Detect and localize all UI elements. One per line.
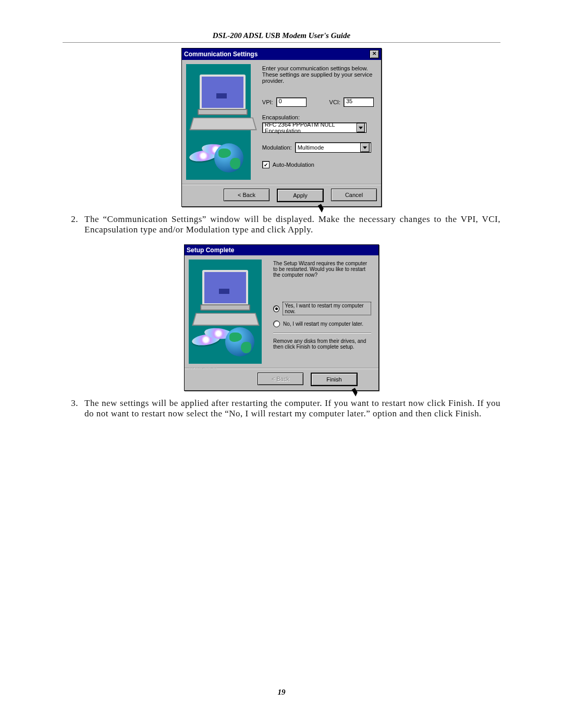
globe-icon xyxy=(225,327,254,356)
divider xyxy=(273,332,371,333)
page-header: DSL-200 ADSL USB Modem User's Guide xyxy=(63,31,500,43)
titlebar: Setup Complete xyxy=(185,245,378,255)
vci-input[interactable]: 35 xyxy=(344,97,374,107)
step-number: 2. xyxy=(63,214,84,235)
communication-settings-dialog: Communication Settings ✕ Enter your comm… xyxy=(181,48,382,207)
automod-checkbox[interactable]: ✔ xyxy=(262,161,270,168)
computer-base-icon xyxy=(198,109,248,115)
apply-button[interactable]: Apply xyxy=(277,189,324,202)
back-button: < Back xyxy=(258,373,303,385)
installshield-brand: InstallShield xyxy=(189,365,217,371)
back-button[interactable]: < Back xyxy=(224,189,270,201)
restart-no-radio[interactable] xyxy=(273,320,280,327)
monitor-icon xyxy=(202,270,248,305)
dialog-title: Communication Settings xyxy=(184,51,370,58)
restart-yes-label: Yes, I want to restart my computer now. xyxy=(283,302,371,315)
encapsulation-label: Encapsulation: xyxy=(262,114,374,120)
vpi-label: VPI: xyxy=(262,99,273,105)
step-3: 3. The new settings will be applied afte… xyxy=(63,398,500,419)
modulation-select[interactable]: Multimode xyxy=(295,142,371,153)
cancel-button[interactable]: Cancel xyxy=(331,189,377,201)
dialog-outro-text: Remove any disks from their drives, and … xyxy=(273,338,371,350)
keyboard-icon xyxy=(189,118,257,130)
page-number: 19 xyxy=(0,688,563,697)
button-bar: < Back Finish xyxy=(185,368,378,390)
globe-icon xyxy=(214,143,243,172)
vpi-input[interactable]: 0 xyxy=(276,97,307,107)
modulation-label: Modulation: xyxy=(262,144,292,151)
modulation-value: Multimode xyxy=(298,144,324,151)
button-bar: < Back Apply Cancel xyxy=(182,184,381,206)
setup-complete-dialog: Setup Complete The Setup Wizard requires… xyxy=(184,244,379,391)
titlebar: Communication Settings ✕ xyxy=(182,48,381,60)
restart-no-label: No, I will restart my computer later. xyxy=(283,321,363,327)
vci-label: VCI: xyxy=(329,99,340,105)
step-2: 2. The “Communication Settings” window w… xyxy=(63,214,500,235)
finish-button[interactable]: Finish xyxy=(311,373,358,386)
wizard-graphic xyxy=(186,64,251,180)
step-text: The “Communication Settings” window will… xyxy=(84,214,500,235)
keyboard-icon xyxy=(192,313,260,326)
wizard-graphic xyxy=(189,260,262,364)
dialog-intro-text: Enter your communication settings below.… xyxy=(262,65,374,84)
restart-yes-radio[interactable] xyxy=(273,305,279,312)
automod-label: Auto-Modulation xyxy=(273,162,314,168)
dialog-title: Setup Complete xyxy=(187,246,376,254)
chevron-down-icon[interactable] xyxy=(357,123,365,132)
encapsulation-value: RFC 2364 PPPoATM NULL Encapsulation xyxy=(265,121,357,134)
step-text: The new settings will be applied after r… xyxy=(84,398,500,419)
chevron-down-icon[interactable] xyxy=(360,143,370,152)
encapsulation-select[interactable]: RFC 2364 PPPoATM NULL Encapsulation xyxy=(262,122,366,133)
computer-base-icon xyxy=(200,304,250,311)
monitor-icon xyxy=(200,75,246,110)
dialog-intro-text: The Setup Wizard requires the computer t… xyxy=(273,261,371,278)
close-icon[interactable]: ✕ xyxy=(370,50,379,58)
step-number: 3. xyxy=(63,398,84,419)
